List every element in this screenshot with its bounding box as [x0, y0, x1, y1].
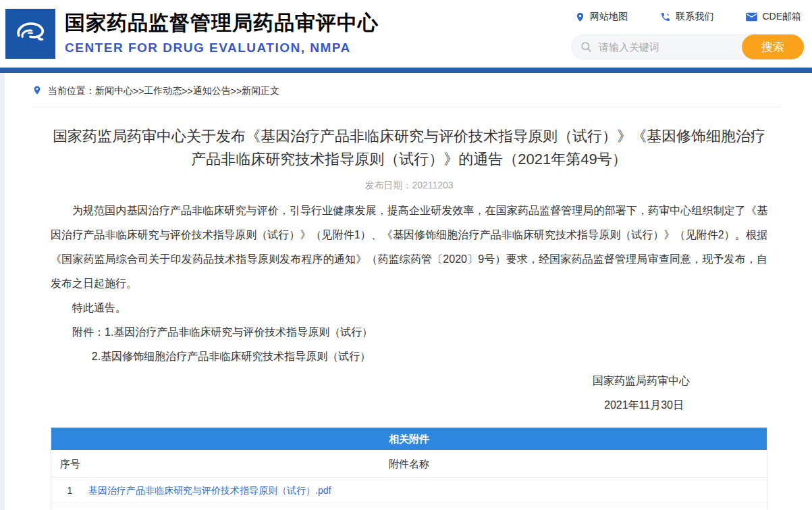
- cde-mail-link[interactable]: CDE邮箱: [746, 11, 801, 23]
- sitemap-label: 网站地图: [590, 11, 628, 23]
- location-pin-icon: [575, 11, 585, 23]
- breadcrumb-item-article[interactable]: 新闻正文: [242, 85, 279, 97]
- signature-date: 2021年11月30日: [51, 393, 767, 417]
- column-header-no: 序号: [60, 450, 80, 478]
- quick-links: 网站地图 联系我们 CDE邮箱: [571, 11, 804, 23]
- column-header-name: 附件名称: [51, 450, 767, 478]
- breadcrumb-item-notices[interactable]: 通知公告: [193, 85, 231, 97]
- attachment-pdf-link[interactable]: 基因治疗产品非临床研究与评价技术指导原则（试行）.pdf: [88, 478, 331, 503]
- publish-date-value: 20211203: [412, 180, 453, 190]
- page-left-strip: [0, 73, 5, 510]
- signature-org: 国家药监局药审中心: [51, 369, 767, 393]
- site-header: 国家药品监督管理局药品审评中心 CENTER FOR DRUG EVALUATI…: [0, 0, 812, 68]
- contact-link[interactable]: 联系我们: [660, 11, 713, 23]
- breadcrumb-separator: >>: [133, 86, 144, 97]
- attachments-table: 相关附件 序号 附件名称 1 基因治疗产品非临床研究与评价技术指导原则（试行）.…: [51, 428, 767, 510]
- paragraph-notice: 特此通告。: [51, 296, 767, 320]
- publish-date-label: 发布日期：: [364, 180, 412, 190]
- envelope-icon: [746, 12, 757, 22]
- breadcrumb-item-work-trends[interactable]: 工作动态: [144, 85, 182, 97]
- site-title-cn: 国家药品监督管理局药品审评中心: [65, 10, 379, 36]
- search-bar: 搜索: [571, 34, 804, 59]
- search-button[interactable]: 搜索: [742, 34, 804, 59]
- sitemap-link[interactable]: 网站地图: [575, 11, 628, 23]
- article-title: 国家药监局药审中心关于发布《基因治疗产品非临床研究与评价技术指导原则（试行）》《…: [51, 125, 767, 171]
- article: 国家药监局药审中心关于发布《基因治疗产品非临床研究与评价技术指导原则（试行）》《…: [51, 125, 767, 510]
- cde-logo[interactable]: [5, 9, 55, 59]
- publish-date: 发布日期：20211203: [51, 180, 767, 192]
- breadcrumb: 当前位置： 新闻中心 >> 工作动态 >> 通知公告 >> 新闻正文: [32, 73, 781, 107]
- cde-mail-label: CDE邮箱: [762, 11, 801, 23]
- phone-icon: [660, 11, 671, 22]
- search-icon: [580, 41, 593, 56]
- cde-logo-swirl-icon: [11, 13, 50, 55]
- attachment-pdf-link[interactable]: 基因修饰细胞治疗产品非临床研究技术指导原则（试行）.pdf: [88, 503, 340, 510]
- paragraph-attachment-2: 2.基因修饰细胞治疗产品非临床研究技术指导原则（试行）: [51, 345, 767, 369]
- row-number: 2: [51, 503, 88, 510]
- attachments-table-header-row: 序号 附件名称: [51, 450, 767, 478]
- article-body: 为规范国内基因治疗产品非临床研究与评价，引导行业健康发展，提高企业研发效率，在国…: [51, 199, 767, 417]
- breadcrumb-separator: >>: [182, 86, 192, 97]
- table-row: 1 基因治疗产品非临床研究与评价技术指导原则（试行）.pdf: [51, 478, 767, 503]
- breadcrumb-prefix: 当前位置：: [48, 85, 95, 97]
- row-number: 1: [51, 478, 88, 503]
- breadcrumb-pin-icon: [32, 84, 48, 98]
- paragraph-attachment-1: 附件：1.基因治疗产品非临床研究与评价技术指导原则（试行）: [51, 320, 767, 345]
- breadcrumb-item-news-center[interactable]: 新闻中心: [95, 85, 133, 97]
- site-title-en: CENTER FOR DRUG EVALUATION, NMPA: [65, 41, 379, 55]
- header-divider-bar: [0, 68, 812, 73]
- attachments-table-title: 相关附件: [51, 428, 767, 450]
- contact-label: 联系我们: [676, 11, 713, 23]
- breadcrumb-separator: >>: [231, 86, 242, 97]
- paragraph-main: 为规范国内基因治疗产品非临床研究与评价，引导行业健康发展，提高企业研发效率，在国…: [51, 199, 767, 296]
- table-row: 2 基因修饰细胞治疗产品非临床研究技术指导原则（试行）.pdf: [51, 503, 767, 510]
